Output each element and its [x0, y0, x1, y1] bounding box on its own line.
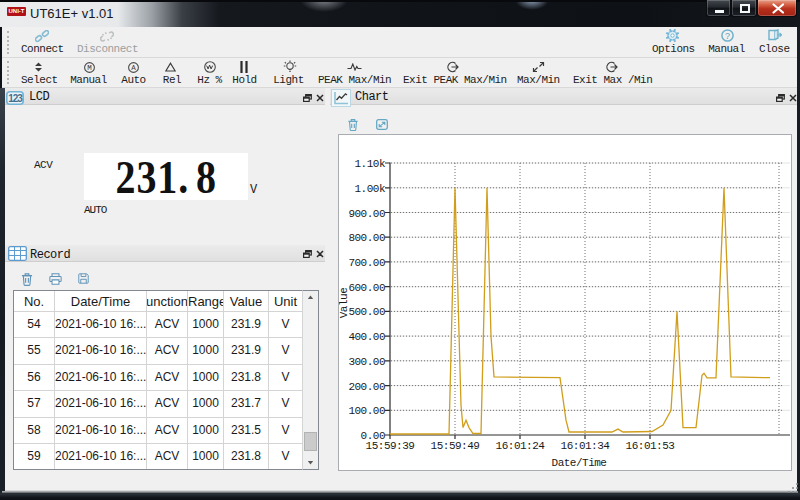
svg-text:A: A [131, 64, 136, 72]
svg-text:15:59:49: 15:59:49 [431, 440, 480, 452]
svg-text:300.00: 300.00 [348, 356, 385, 368]
svg-text:100.00: 100.00 [348, 405, 385, 417]
svg-text:700.00: 700.00 [348, 257, 385, 269]
svg-text:16:01:34: 16:01:34 [561, 440, 611, 452]
svg-text:1.10k: 1.10k [354, 158, 385, 170]
svg-text:123: 123 [8, 93, 23, 104]
svg-text:?: ? [725, 31, 730, 41]
svg-text:Date/Time: Date/Time [552, 457, 607, 469]
svg-text:M: M [87, 64, 92, 72]
svg-text:Value: Value [339, 288, 350, 319]
svg-text:400.00: 400.00 [348, 331, 385, 343]
svg-text:16:01:24: 16:01:24 [496, 440, 546, 452]
svg-text:15:59:39: 15:59:39 [366, 440, 415, 452]
svg-text:800.00: 800.00 [348, 232, 385, 244]
svg-text:200.00: 200.00 [348, 381, 385, 393]
svg-text:16:01:53: 16:01:53 [626, 440, 675, 452]
svg-text:900.00: 900.00 [348, 208, 385, 220]
svg-text:1.00k: 1.00k [354, 183, 385, 195]
svg-text:500.00: 500.00 [348, 306, 385, 318]
svg-text:600.00: 600.00 [348, 282, 385, 294]
